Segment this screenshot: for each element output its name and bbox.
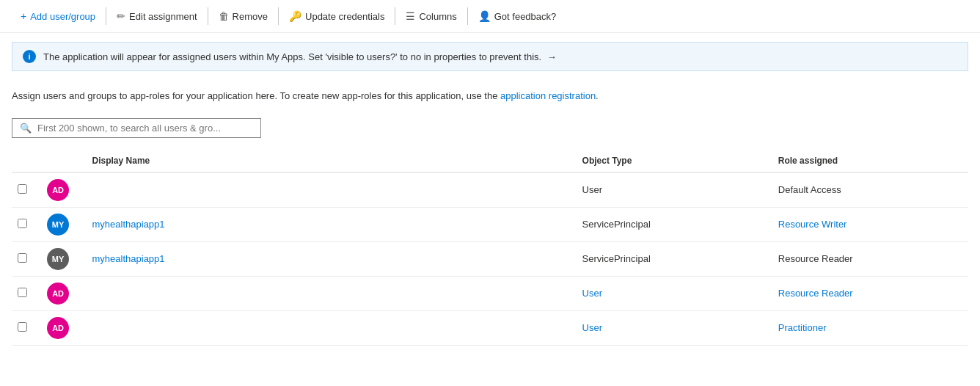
row-avatar-cell: AD <box>41 172 86 208</box>
row-object-type: ServicePrincipal <box>577 207 772 241</box>
display-name-link[interactable]: myhealthapiapp1 <box>92 253 165 264</box>
row-object-type: User <box>577 276 772 310</box>
trash-icon: 🗑 <box>219 10 229 22</box>
row-role-assigned: Default Access <box>772 172 968 208</box>
row-display-name <box>87 276 577 310</box>
columns-label: Columns <box>419 11 456 22</box>
row-checkbox-cell <box>12 276 41 310</box>
edit-assignment-button[interactable]: ✏ Edit assignment <box>108 6 206 26</box>
search-icon: 🔍 <box>20 123 32 134</box>
table-header-row: Display Name Object Type Role assigned <box>12 150 968 172</box>
row-avatar-cell: MY <box>41 241 86 276</box>
search-bar: 🔍 <box>12 118 968 138</box>
add-user-group-label: Add user/group <box>30 11 95 22</box>
object-type-link[interactable]: User <box>582 322 602 333</box>
divider-3 <box>278 7 279 25</box>
row-display-name <box>87 310 577 345</box>
row-checkbox[interactable] <box>18 253 27 263</box>
row-display-name <box>87 172 577 208</box>
assignments-table: Display Name Object Type Role assigned A… <box>12 150 968 346</box>
remove-button[interactable]: 🗑 Remove <box>210 6 277 26</box>
columns-button[interactable]: ☰ Columns <box>397 6 465 26</box>
avatar: AD <box>47 179 69 201</box>
key-icon: 🔑 <box>289 10 301 22</box>
row-checkbox[interactable] <box>18 184 27 194</box>
header-display-name: Display Name <box>87 150 577 172</box>
header-checkbox-cell <box>12 150 41 172</box>
header-avatar-cell <box>41 150 86 172</box>
avatar: AD <box>47 317 69 339</box>
divider-1 <box>106 7 106 25</box>
divider-2 <box>208 7 208 25</box>
row-checkbox-cell <box>12 207 41 241</box>
search-input[interactable] <box>37 123 253 134</box>
avatar: AD <box>47 283 69 305</box>
row-checkbox-cell <box>12 172 41 208</box>
update-credentials-button[interactable]: 🔑 Update credentials <box>280 6 393 26</box>
row-checkbox[interactable] <box>18 288 27 297</box>
row-role-assigned: Resource Reader <box>772 241 968 276</box>
table-row: MYmyhealthapiapp1ServicePrincipalResourc… <box>12 241 968 276</box>
feedback-icon: 👤 <box>478 10 491 22</box>
add-user-group-button[interactable]: + Add user/group <box>12 6 104 26</box>
info-banner: i The application will appear for assign… <box>12 42 968 71</box>
table-row: MYmyhealthapiapp1ServicePrincipalResourc… <box>12 207 968 241</box>
row-object-type: ServicePrincipal <box>577 241 772 276</box>
toolbar: + Add user/group ✏ Edit assignment 🗑 Rem… <box>0 0 980 33</box>
divider-5 <box>467 7 468 25</box>
row-checkbox[interactable] <box>18 219 27 228</box>
row-role-assigned: Resource Writer <box>772 207 968 241</box>
divider-4 <box>395 7 395 25</box>
edit-assignment-label: Edit assignment <box>129 11 197 22</box>
row-avatar-cell: AD <box>41 276 86 310</box>
header-object-type: Object Type <box>577 150 772 172</box>
object-type-link[interactable]: User <box>582 288 602 299</box>
description: Assign users and groups to app-roles for… <box>0 80 980 112</box>
columns-icon: ☰ <box>406 10 415 22</box>
table-container: Display Name Object Type Role assigned A… <box>0 150 980 346</box>
search-input-wrap: 🔍 <box>12 118 261 138</box>
remove-label: Remove <box>233 11 268 22</box>
info-text: The application will appear for assigned… <box>43 51 557 62</box>
role-link[interactable]: Resource Reader <box>778 288 853 299</box>
row-checkbox-cell <box>12 310 41 345</box>
display-name-link[interactable]: myhealthapiapp1 <box>92 219 165 230</box>
row-object-type: User <box>577 310 772 345</box>
feedback-button[interactable]: 👤 Got feedback? <box>469 6 566 26</box>
table-row: ADUserResource Reader <box>12 276 968 310</box>
row-display-name: myhealthapiapp1 <box>87 241 577 276</box>
avatar: MY <box>47 248 69 270</box>
row-avatar-cell: MY <box>41 207 86 241</box>
info-icon: i <box>23 50 36 63</box>
row-checkbox[interactable] <box>18 322 27 332</box>
row-display-name: myhealthapiapp1 <box>87 207 577 241</box>
row-avatar-cell: AD <box>41 310 86 345</box>
role-link[interactable]: Resource Writer <box>778 219 847 230</box>
avatar: MY <box>47 214 69 236</box>
row-role-assigned: Resource Reader <box>772 276 968 310</box>
role-link[interactable]: Practitioner <box>778 322 827 333</box>
app-registration-link[interactable]: application registration <box>500 90 596 101</box>
feedback-label: Got feedback? <box>494 11 557 22</box>
row-role-assigned: Practitioner <box>772 310 968 345</box>
row-object-type: User <box>577 172 772 208</box>
update-credentials-label: Update credentials <box>305 11 384 22</box>
table-row: ADUserDefault Access <box>12 172 968 208</box>
table-row: ADUserPractitioner <box>12 310 968 345</box>
plus-icon: + <box>21 10 26 22</box>
row-checkbox-cell <box>12 241 41 276</box>
edit-icon: ✏ <box>117 10 125 22</box>
header-role-assigned: Role assigned <box>772 150 968 172</box>
